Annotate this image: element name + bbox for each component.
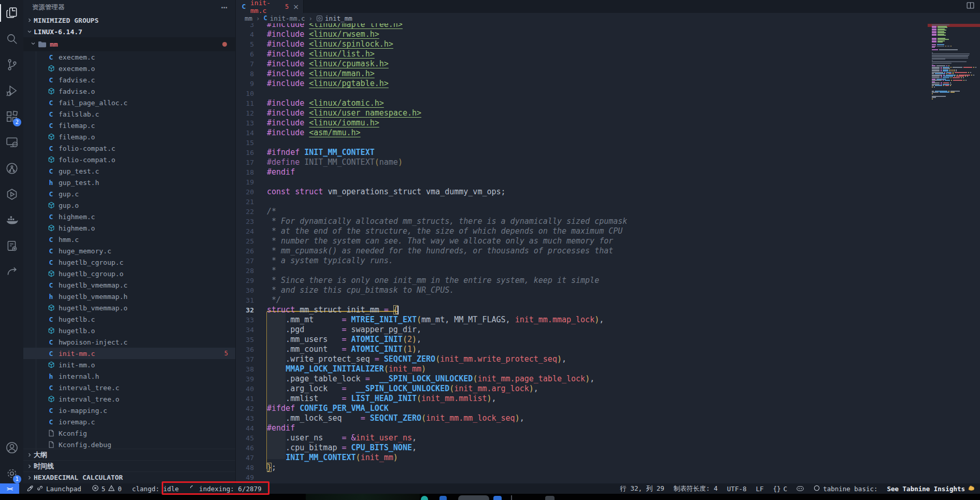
tree-item-filemap.c[interactable]: Cfilemap.c [23, 120, 235, 131]
status-indexing[interactable]: indexing: 6/2879 [189, 484, 261, 493]
link-icon [36, 484, 44, 493]
file-name: Kconfig [59, 430, 87, 437]
code-line-42: 42#ifdef CONFIG_PER_VMA_LOCK [236, 404, 928, 413]
account-icon[interactable] [0, 435, 23, 461]
tree-item-folio-compat.c[interactable]: Cfolio-compat.c [23, 142, 235, 154]
tree-item-gup_test.h[interactable]: hgup_test.h [23, 177, 235, 188]
tree-item-execmem.c[interactable]: Cexecmem.c [23, 51, 235, 63]
tree-folder-mm[interactable]: mm [23, 37, 235, 51]
tree-item-io-mapping.c[interactable]: Cio-mapping.c [23, 405, 235, 416]
tree-item-Kconfig[interactable]: Kconfig [23, 427, 235, 439]
search-icon[interactable] [0, 26, 23, 52]
tree-item-folio-compat.o[interactable]: folio-compat.o [23, 154, 235, 165]
copilot-icon[interactable] [797, 485, 804, 492]
status-tabnine[interactable]: tabnine basic: [813, 484, 877, 493]
tree-item-hmm.c[interactable]: Chmm.c [23, 234, 235, 245]
tree-item-hugetlb.o[interactable]: hugetlb.o [23, 325, 235, 336]
tree-item-hugetlb_vmemmap.h[interactable]: hhugetlb_vmemmap.h [23, 291, 235, 302]
status-launchpad[interactable]: Launchpad [26, 484, 81, 493]
tree-item-hugetlb_vmemmap.o[interactable]: hugetlb_vmemmap.o [23, 302, 235, 313]
breadcrumb: mm › C init-mm.c › init_mm [236, 13, 980, 23]
tree-item-hugetlb.c[interactable]: Chugetlb.c [23, 313, 235, 325]
docker-icon[interactable] [0, 207, 23, 233]
section-timeline[interactable]: 时间线 [23, 460, 235, 472]
tree-item-init-mm.c[interactable]: Cinit-mm.c5 [23, 348, 235, 359]
chevron-down-icon [25, 28, 34, 35]
breadcrumb-symbol[interactable]: init_mm [325, 15, 352, 22]
section-label: MINIMIZED GROUPS [34, 17, 98, 24]
redo-arrow-icon[interactable] [0, 259, 23, 285]
file-name: interval_tree.c [59, 384, 119, 392]
commit-graph-icon[interactable] [0, 155, 23, 181]
status-eol[interactable]: LF [756, 485, 763, 493]
breadcrumb-file[interactable]: init-mm.c [270, 15, 305, 22]
tree-item-interval_tree.o[interactable]: interval_tree.o [23, 393, 235, 405]
section-outline[interactable]: 大纲 [23, 449, 235, 460]
sidebar-bottom-sections: 大纲时间线HEXADECIMAL CALCULATOR [23, 449, 235, 483]
extensions-icon[interactable]: 2 [0, 104, 23, 130]
run-debug-icon[interactable] [0, 78, 23, 104]
code-line-5: 5#include <linux/spinlock.h> [236, 39, 928, 49]
tree-item-highmem.o[interactable]: highmem.o [23, 222, 235, 234]
status-problems[interactable]: 5 0 [92, 484, 122, 493]
status-language-mode[interactable]: {} C [773, 485, 788, 493]
status-tab-size[interactable]: 制表符长度: 4 [674, 484, 718, 493]
split-editor-icon[interactable] [966, 1, 975, 12]
tree-item-gup.c[interactable]: Cgup.c [23, 188, 235, 199]
breadcrumb-folder[interactable]: mm [245, 15, 252, 22]
code-line-45: 45 .user_ns = &init_user_ns, [236, 433, 928, 443]
tree-item-execmem.o[interactable]: execmem.o [23, 63, 235, 74]
tree-item-gup.o[interactable]: gup.o [23, 199, 235, 211]
tree-item-init-mm.o[interactable]: init-mm.o [23, 359, 235, 370]
muscle-emoji-icon [968, 484, 975, 493]
status-clangd[interactable]: clangd: idle [132, 485, 179, 493]
explorer-more-icon[interactable]: ⋯ [221, 4, 229, 11]
file-error-badge: 5 [224, 350, 228, 357]
status-encoding[interactable]: UTF-8 [727, 485, 747, 493]
tree-item-internal.h[interactable]: hinternal.h [23, 370, 235, 382]
section-hexadecimal-calculator[interactable]: HEXADECIMAL CALCULATOR [23, 472, 235, 483]
tree-item-failslab.c[interactable]: Cfailslab.c [23, 108, 235, 120]
minimap[interactable] [928, 23, 980, 483]
code-line-6: 6#include <linux/list.h> [236, 49, 928, 59]
code-line-33: 33 .mm_mt = MTREE_INIT_EXT(mm_mt, MM_MT_… [236, 315, 928, 325]
project-config-icon[interactable] [0, 233, 23, 259]
code-line-34: 34 .pgd = swapper_pg_dir, [236, 325, 928, 335]
tab-error-badge: 5 [285, 3, 289, 10]
tree-item-interval_tree.c[interactable]: Cinterval_tree.c [23, 382, 235, 393]
status-tabnine-insights[interactable]: See Tabnine Insights [887, 484, 975, 493]
editor-group: C init-mm.c 5 × mm › C init-mm.c › init_… [236, 0, 980, 494]
code-line-29: 29 * Since there is only one init_mm in … [236, 276, 928, 285]
tree-item-highmem.c[interactable]: Chighmem.c [23, 211, 235, 222]
code-line-15: 15 [236, 138, 928, 148]
tree-item-fail_page_alloc.c[interactable]: Cfail_page_alloc.c [23, 97, 235, 108]
tree-item-gup_test.c[interactable]: Cgup_test.c [23, 165, 235, 177]
tree-item-fadvise.c[interactable]: Cfadvise.c [23, 74, 235, 85]
explorer-icon[interactable] [0, 0, 23, 26]
file-name: filemap.o [59, 133, 95, 141]
section-label: 大纲 [34, 450, 47, 460]
section-minimized-groups[interactable]: MINIMIZED GROUPS [23, 15, 235, 26]
section-workspace-root[interactable]: LINUX-6.14.7 [23, 26, 235, 37]
chevron-down-icon [30, 40, 36, 48]
settings-gear-icon[interactable]: 1 [0, 461, 23, 487]
code-editor[interactable]: 3#include <linux/maple_tree.h>4#include … [236, 23, 928, 483]
remote-explorer-icon[interactable] [0, 130, 23, 155]
tree-item-hugetlb_cgroup.o[interactable]: hugetlb_cgroup.o [23, 268, 235, 279]
tree-item-hwpoison-inject.c[interactable]: Chwpoison-inject.c [23, 336, 235, 348]
cmake-icon[interactable] [0, 181, 23, 207]
tree-item-filemap.o[interactable]: filemap.o [23, 131, 235, 142]
code-line-19: 19 [236, 177, 928, 187]
source-control-icon[interactable] [0, 52, 23, 78]
tree-item-ioremap.c[interactable]: Cioremap.c [23, 416, 235, 427]
code-line-41: 41 .mmlist = LIST_HEAD_INIT(init_mm.mmli… [236, 394, 928, 404]
tab-init-mm-c[interactable]: C init-mm.c 5 × [236, 0, 304, 13]
file-name: hugetlb.c [59, 316, 95, 323]
remote-indicator[interactable]: >< [0, 483, 19, 494]
tree-item-fadvise.o[interactable]: fadvise.o [23, 85, 235, 97]
close-icon[interactable]: × [293, 3, 299, 11]
tree-item-huge_memory.c[interactable]: Chuge_memory.c [23, 245, 235, 256]
tree-item-hugetlb_cgroup.c[interactable]: Chugetlb_cgroup.c [23, 256, 235, 268]
tree-item-hugetlb_vmemmap.c[interactable]: Chugetlb_vmemmap.c [23, 279, 235, 291]
status-line-col[interactable]: 行 32, 列 29 [620, 484, 664, 493]
